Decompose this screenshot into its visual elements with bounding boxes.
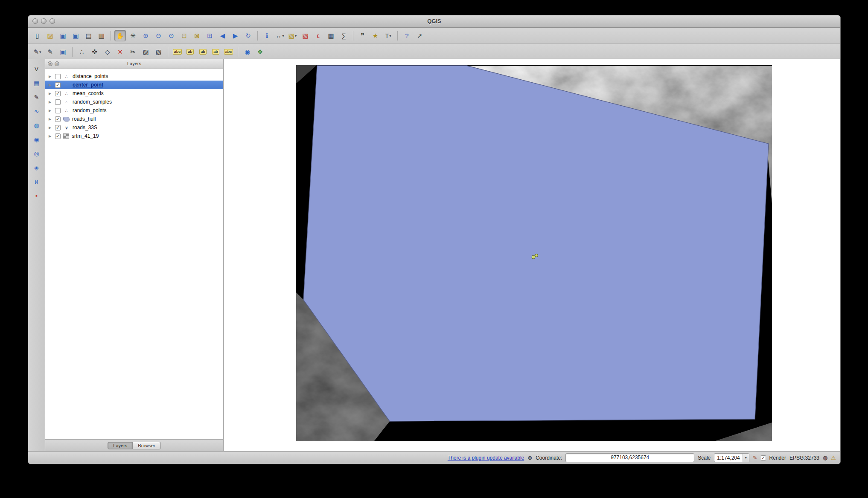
layer-checkbox[interactable] (55, 74, 61, 79)
message-log-icon[interactable]: ⚠ (831, 455, 836, 460)
zoom-to-selection-button[interactable]: ⊠ (191, 30, 203, 41)
zoom-out-button[interactable]: ⊖ (153, 30, 164, 41)
save-project-as-button[interactable]: ▣ (70, 30, 82, 41)
layer-row-center_point[interactable]: center_point (45, 81, 223, 89)
new-project-button[interactable]: ▯ (32, 30, 43, 41)
delete-selected-button[interactable]: ✕ (114, 46, 126, 58)
map-refresh-button[interactable]: ↻ (242, 30, 254, 41)
select-features-button[interactable]: ▧ (287, 30, 298, 41)
layer-checkbox[interactable] (55, 99, 61, 105)
whats-this-button[interactable]: ➚ (414, 30, 425, 41)
layer-checkbox[interactable] (55, 108, 61, 113)
move-feature-button[interactable]: ✜ (89, 46, 100, 58)
add-wcs-layer-button[interactable]: ◎ (31, 148, 42, 159)
coordinate-input[interactable]: 977103,6235674 (565, 453, 694, 462)
label-change-button[interactable]: ab (210, 46, 221, 58)
composer-manager-button[interactable]: ▥ (96, 30, 107, 41)
label-rotate-button[interactable]: ab (197, 46, 209, 58)
layer-row-distance_points[interactable]: distance_points (45, 72, 223, 81)
zoom-full-button[interactable]: ⊡ (178, 30, 190, 41)
zoom-next-button[interactable]: ▶ (230, 30, 241, 41)
zoom-in-button[interactable]: ⊕ (140, 30, 151, 41)
identify-features-button[interactable]: ℹ (261, 30, 273, 41)
chevron-down-icon[interactable]: ▾ (743, 454, 749, 462)
deselect-features-button[interactable]: ▧ (300, 30, 311, 41)
paste-features-button[interactable]: ▧ (153, 46, 164, 58)
expand-arrow-icon[interactable] (49, 92, 52, 96)
add-delimited-text-layer-button[interactable]: и (31, 177, 42, 187)
layer-checkbox[interactable] (55, 82, 61, 88)
label-move-button[interactable]: ab (184, 46, 196, 58)
render-checkbox[interactable] (761, 455, 766, 460)
expand-arrow-icon[interactable] (49, 126, 52, 130)
save-layer-edits-button[interactable]: ▣ (57, 46, 69, 58)
zoom-last-button[interactable]: ◀ (217, 30, 228, 41)
current-edits-button[interactable]: ✎ (32, 46, 43, 58)
zoom-native-button[interactable]: ⊙ (166, 30, 177, 41)
layer-labeling-button[interactable]: abc (172, 46, 183, 58)
node-tool-button[interactable]: ◇ (102, 46, 113, 58)
layer-row-roads_33S[interactable]: roads_33S (45, 123, 223, 132)
render-paint-icon[interactable]: ✎ (753, 455, 757, 460)
tab-layers[interactable]: Layers (108, 442, 133, 449)
web-globe-button[interactable]: ◉ (242, 46, 253, 58)
sep-4-button[interactable] (397, 31, 398, 41)
pan-to-selection-button[interactable]: ✳ (127, 30, 139, 41)
layer-row-roads_hull[interactable]: roads_hull (45, 115, 223, 123)
field-calculator-button[interactable]: ∑ (338, 30, 350, 41)
plugin-layers-button[interactable]: ❖ (254, 46, 266, 58)
measure-button[interactable]: ↔ (274, 30, 285, 41)
add-postgis-layer-button[interactable]: ◍ (31, 120, 42, 130)
sep-2-button[interactable] (168, 47, 168, 57)
layer-checkbox[interactable] (55, 125, 61, 130)
layer-checkbox[interactable] (55, 116, 61, 122)
pan-map-button[interactable]: ✋ (114, 30, 126, 41)
select-by-expression-button[interactable]: ε (312, 30, 324, 41)
cut-features-button[interactable]: ✂ (127, 46, 139, 58)
map-tips-button[interactable]: ❞ (357, 30, 368, 41)
new-print-composer-button[interactable]: ▤ (83, 30, 94, 41)
add-vector-layer-button[interactable]: V (31, 64, 42, 74)
scale-combo[interactable]: 1:174,204 ▾ (714, 453, 749, 462)
save-project-button[interactable]: ▣ (57, 30, 69, 41)
layer-checkbox[interactable] (55, 91, 61, 96)
layer-row-mean_coords[interactable]: mean_coords (45, 89, 223, 98)
label-properties-button[interactable]: abc (223, 46, 234, 58)
remove-layer-button[interactable]: ▪ (31, 191, 42, 201)
plugin-update-link[interactable]: There is a plugin update available (448, 455, 524, 461)
copy-features-button[interactable]: ▨ (140, 46, 151, 58)
expand-arrow-icon[interactable] (49, 83, 52, 87)
titlebar[interactable]: QGIS (28, 15, 840, 28)
sep-1-button[interactable] (111, 31, 111, 41)
toggle-editing-button[interactable]: ✎ (44, 46, 56, 58)
add-raster-layer-button[interactable]: ▦ (31, 78, 42, 88)
open-attribute-table-button[interactable]: ▦ (325, 30, 337, 41)
crs-status-icon[interactable]: ◍ (823, 455, 827, 460)
add-wfs-layer-button[interactable]: ◈ (31, 162, 42, 173)
layer-row-random_samples[interactable]: random_samples (45, 98, 223, 106)
map-canvas[interactable] (224, 59, 840, 451)
add-wms-layer-button[interactable]: ◉ (31, 134, 42, 145)
expand-arrow-icon[interactable] (49, 134, 52, 138)
plugin-icon[interactable]: ⊛ (527, 455, 532, 460)
open-project-button[interactable]: ▨ (44, 30, 56, 41)
sep-3-button[interactable] (238, 47, 238, 57)
sep-3-button[interactable] (353, 31, 353, 41)
sep-2-button[interactable] (257, 31, 258, 41)
add-spatialite-layer-button[interactable]: ∿ (31, 106, 42, 116)
expand-arrow-icon[interactable] (49, 100, 52, 104)
sep-1-button[interactable] (72, 47, 73, 57)
new-bookmark-button[interactable]: ★ (370, 30, 381, 41)
panel-close-icon[interactable] (48, 61, 52, 66)
text-annotation-button[interactable]: T (382, 30, 394, 41)
expand-arrow-icon[interactable] (49, 117, 52, 121)
layer-checkbox[interactable] (55, 133, 61, 139)
help-contents-button[interactable]: ? (401, 30, 413, 41)
tab-browser[interactable]: Browser (132, 442, 160, 449)
add-feature-button[interactable]: ∴ (76, 46, 87, 58)
new-shapefile-layer-button[interactable]: ✎ (31, 92, 42, 102)
zoom-to-layer-button[interactable]: ⊞ (204, 30, 216, 41)
layer-row-srtm_41_19[interactable]: srtm_41_19 (45, 132, 223, 140)
panel-float-icon[interactable] (55, 61, 59, 66)
expand-arrow-icon[interactable] (49, 109, 52, 113)
